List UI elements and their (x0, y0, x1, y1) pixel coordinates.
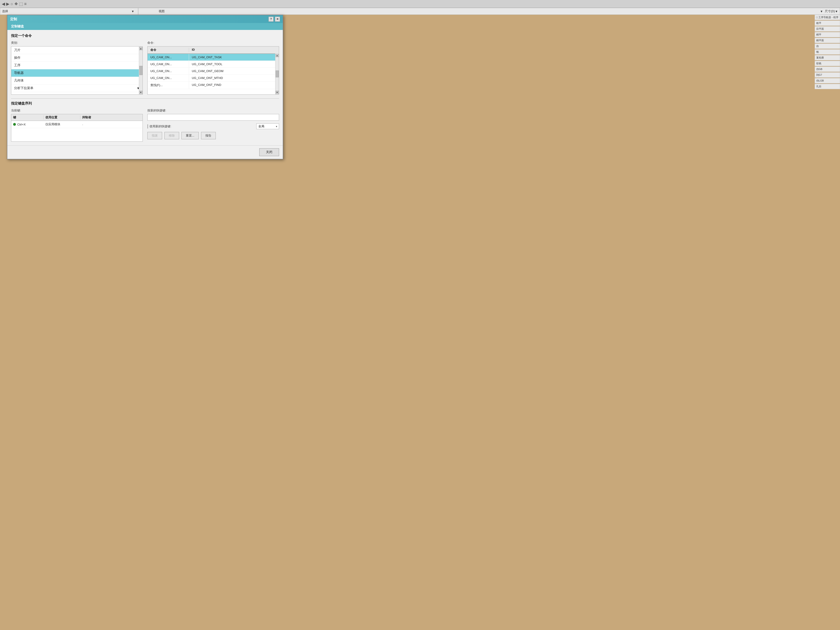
key-row-0-key: Ctrl+X (11, 122, 44, 126)
category-label: 类别: (11, 41, 143, 45)
dialog-titlebar: 定制 ? ✕ (7, 15, 283, 23)
id-col-header: ID (189, 48, 279, 52)
cmd-row-0-id: UG_CAM_ONT_TASK (189, 54, 279, 60)
command-section: 类别: 刀片 操作 工序 导航器 几何体 分析下拉菜单 ▼ ▲ ▼ (11, 41, 279, 95)
keys-table-header: 键 使用位置 抑制者 (11, 114, 142, 121)
command-column: 命令: 命令 ID UG_CAM_ON... UG_CAM_ONT_TASK U… (147, 41, 279, 95)
command-table-header: 命令 ID (148, 46, 279, 54)
current-key-label: 当前键: (11, 109, 143, 113)
key-row-0-suppress: . (81, 122, 142, 126)
cmd-row-4-id: UG_CAM_ONT_FIND (189, 82, 279, 89)
right-label-3: 精平面 (815, 38, 840, 43)
scroll-thumb[interactable] (139, 66, 142, 75)
key-row-0-use: 仅应用模块 (44, 122, 81, 126)
cmd-row-2-cmd: UG_CAM_ON... (148, 68, 189, 74)
new-key-label: 按新的快捷键: (147, 109, 279, 113)
scroll-down-arrow[interactable]: ▼ (139, 91, 142, 94)
cmd-row-1-id: UG_CAM_ONT_TOOL (189, 61, 279, 68)
use-shortcut-text: 使用新的快捷键: (150, 125, 171, 128)
dialog-close-button[interactable]: ✕ (275, 17, 280, 22)
cmd-row-0[interactable]: UG_CAM_ON... UG_CAM_ONT_TASK (148, 54, 279, 61)
cmd-row-3[interactable]: UG_CAM_ON... UG_CAM_ONT_MTHD (148, 74, 279, 82)
right-label-0: 粗平 (815, 21, 840, 26)
scroll-up-arrow[interactable]: ▲ (139, 47, 142, 50)
cmd-scroll-thumb[interactable] (276, 71, 279, 77)
right-label-program-nav: □ 工序导航器 - 程序 (815, 15, 840, 20)
use-shortcut-label: 使用新的快捷键: (147, 124, 254, 128)
titlebar-buttons: ? ✕ (268, 17, 280, 22)
dialog-footer: 关闭 (7, 145, 283, 159)
category-listbox[interactable]: 刀片 操作 工序 导航器 几何体 分析下拉菜单 ▼ ▲ ▼ (11, 46, 143, 95)
right-label-5: 铣 (815, 49, 840, 55)
category-scrollbar[interactable]: ▲ ▼ (139, 46, 142, 95)
use-shortcut-select-wrapper[interactable]: 全局 仅应用模块 ▼ (256, 123, 279, 129)
cmd-scroll-down[interactable]: ▼ (276, 91, 279, 94)
command-label: 命令: (147, 41, 279, 45)
toolbar-icons: ◀ ▶ ○ ❖ ⬚ ≡ (2, 2, 27, 6)
category-item-analysis[interactable]: 分析下拉菜单 ▼ (11, 85, 142, 92)
dialog-title: 定制 (10, 17, 17, 21)
app-select-bar: 选择 ▼ (0, 8, 138, 15)
report-button[interactable]: 报告 (201, 132, 216, 139)
footer-close-button[interactable]: 关闭 (259, 148, 279, 156)
right-label-7: 纹铣 (815, 61, 840, 66)
new-shortcut-input[interactable] (147, 114, 279, 121)
right-label-11: 孔后 (815, 84, 840, 89)
keyboard-two-col: 当前键: 键 使用位置 抑制者 Ctrl+X 仅应用模块 (11, 109, 279, 142)
remove-button[interactable]: 移除 (164, 132, 179, 139)
right-label-1: 目平面 (815, 26, 840, 32)
cmd-scroll-up[interactable]: ▲ (276, 54, 279, 57)
cmd-row-1-cmd: UG_CAM_ON... (148, 61, 189, 68)
category-item-operation[interactable]: 操作 (11, 54, 142, 62)
cmd-row-0-cmd: UG_CAM_ON... (148, 54, 189, 60)
help-button[interactable]: ? (268, 17, 273, 22)
right-label-8: 仿GB (815, 66, 840, 72)
key-value: Ctrl+X (17, 123, 25, 126)
size-dropdown-arrow[interactable]: ▼ (835, 9, 838, 13)
right-label-4: 自 (815, 44, 840, 49)
category-item-navigator[interactable]: 导航器 (11, 69, 142, 77)
app-toolbar: ◀ ▶ ○ ❖ ⬚ ≡ (0, 0, 840, 8)
right-label-2: 精平 (815, 32, 840, 37)
category-item-blade[interactable]: 刀片 (11, 46, 142, 54)
customize-dialog: 定制 ? ✕ 定制键盘 指定一个命令 类别: 刀片 操作 工序 导航器 几何体 (7, 15, 283, 159)
cmd-row-1[interactable]: UG_CAM_ON... UG_CAM_ONT_TOOL (148, 61, 279, 68)
category-item-process[interactable]: 工序 (11, 62, 142, 69)
right-label-6: 复轮廓 (815, 55, 840, 60)
category-column: 类别: 刀片 操作 工序 导航器 几何体 分析下拉菜单 ▼ ▲ ▼ (11, 41, 143, 95)
assign-button[interactable]: 指派 (147, 132, 162, 139)
cmd-row-3-cmd: UG_CAM_ON... (148, 74, 189, 81)
keyboard-title: 指定键盘序列 (11, 101, 279, 106)
keys-table: 键 使用位置 抑制者 Ctrl+X 仅应用模块 . (11, 114, 143, 142)
size-label: 尺寸(D) (825, 9, 835, 13)
cmd-row-3-id: UG_CAM_ONT_MTHD (189, 74, 279, 81)
app-view-bar: 视图 ▼ 尺寸(D) ▼ (138, 8, 840, 15)
dialog-body: 指定一个命令 类别: 刀片 操作 工序 导航器 几何体 分析下拉菜单 ▼ (7, 30, 283, 145)
use-shortcut-row: 使用新的快捷键: 全局 仅应用模块 ▼ (147, 123, 279, 129)
reset-button[interactable]: 重置... (182, 132, 199, 139)
dialog-subtitle-text: 定制键盘 (11, 24, 24, 28)
key-active-dot (13, 123, 16, 126)
cmd-row-2-id: UG_CAM_ONT_GEOM (189, 68, 279, 74)
dialog-subtitle: 定制键盘 (7, 23, 283, 30)
cmd-row-2[interactable]: UG_CAM_ON... UG_CAM_ONT_GEOM (148, 68, 279, 74)
current-key-column: 当前键: 键 使用位置 抑制者 Ctrl+X 仅应用模块 (11, 109, 143, 142)
select-label: 选择 (2, 9, 8, 13)
key-col-use: 使用位置 (44, 115, 81, 120)
use-shortcut-select[interactable]: 全局 仅应用模块 (256, 123, 279, 129)
view-dropdown-arrow[interactable]: ▼ (820, 9, 823, 13)
keyboard-section: 指定键盘序列 当前键: 键 使用位置 抑制者 (11, 101, 279, 142)
new-key-column: 按新的快捷键: 使用新的快捷键: 全局 仅应用模块 ▼ (147, 109, 279, 142)
cmd-row-4[interactable]: 查找(F)... UG_CAM_ONT_FIND (148, 82, 279, 89)
cmd-table-scrollbar[interactable]: ▲ ▼ (275, 54, 279, 95)
cmd-row-4-cmd: 查找(F)... (148, 82, 189, 89)
section-divider (11, 98, 279, 99)
key-col-key: 键 (11, 115, 44, 120)
category-item-geometry[interactable]: 几何体 (11, 77, 142, 85)
select-dropdown-arrow[interactable]: ▼ (131, 9, 134, 13)
command-table[interactable]: 命令 ID UG_CAM_ON... UG_CAM_ONT_TASK UG_CA… (147, 46, 279, 95)
action-buttons: 指派 移除 重置... 报告 (147, 132, 279, 139)
analysis-label: 分析下拉菜单 (14, 86, 33, 90)
cmd-col-header: 命令 (148, 48, 189, 52)
key-row-0[interactable]: Ctrl+X 仅应用模块 . (11, 121, 142, 128)
